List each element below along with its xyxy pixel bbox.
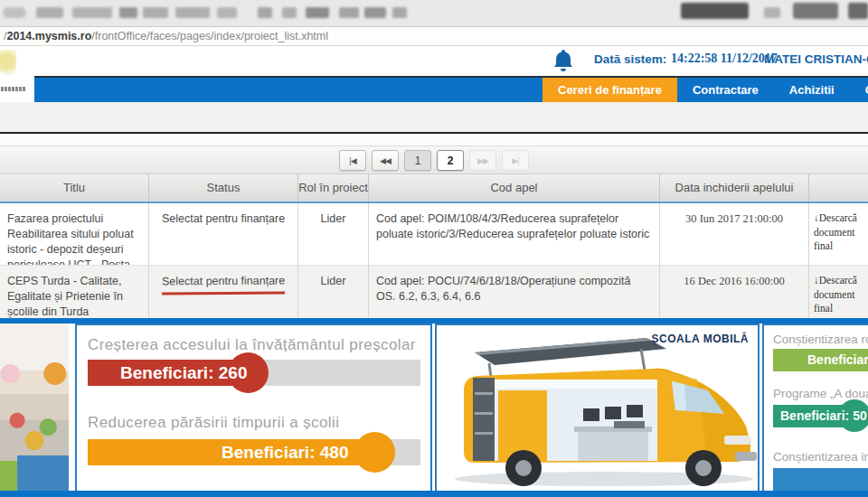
spacer-band xyxy=(0,102,868,132)
blurred-menu-item[interactable] xyxy=(175,7,210,18)
beneficiari-label: Beneficiari xyxy=(807,352,868,367)
col-header-status: Status xyxy=(149,174,298,202)
blurred-toolbar-icon[interactable] xyxy=(392,7,407,18)
projects-table: Titlu Status Rol în proiect Cod apel Dat… xyxy=(0,173,868,318)
close-date-cell: 30 Iun 2017 21:00:00 xyxy=(660,203,809,265)
mysmis-project-list-screen: /2014.mysmis.ro/frontOffice/faces/pages/… xyxy=(0,0,868,497)
kindergarten-photo[interactable] xyxy=(0,324,69,491)
red-underline-annotation: Selectat pentru finanțare xyxy=(162,274,285,295)
user-name[interactable]: MATEI CRISTIAN-OCT xyxy=(764,52,868,66)
bell-icon[interactable] xyxy=(553,49,573,72)
role-cell: Lider xyxy=(298,266,369,318)
title-cell: CEPS Turda - Calitate, Egalitate și Prie… xyxy=(0,266,149,318)
van-illustration xyxy=(437,325,758,491)
progress-fill-blue xyxy=(773,468,868,491)
blurred-menu-item[interactable] xyxy=(143,7,168,18)
blurred-menu-item[interactable] xyxy=(119,7,137,18)
prev-page-button[interactable]: ◀◀ xyxy=(372,150,399,171)
spacer-white xyxy=(0,134,868,145)
call-code-cell: Cod apel: POIM/108/4/3/Reducerea suprafe… xyxy=(369,203,660,265)
beneficiari-label: Beneficiari: 260 xyxy=(120,363,247,383)
col-header-data-inchiderii: Data inchiderii apelului xyxy=(660,174,809,202)
partial-logo xyxy=(0,50,16,79)
footer-bar xyxy=(0,491,868,497)
blue-square xyxy=(17,455,69,491)
url-path: /frontOffice/faces/pages/index/proiect_l… xyxy=(91,30,328,42)
col-header-rol: Rol în proiect xyxy=(298,174,369,202)
blurred-toolbar-icon[interactable] xyxy=(306,7,329,18)
status-cell: Selectat pentru finanțare xyxy=(149,266,298,318)
url-text: /2014.mysmis.ro/frontOffice/faces/pages/… xyxy=(4,30,328,42)
banner-title: Conștientizarea impor xyxy=(773,450,868,464)
blurred-dark-button[interactable] xyxy=(848,3,868,19)
call-code-cell: Cod apel: POCU/74/6/18/18/Operațiune com… xyxy=(369,266,660,318)
download-final-doc-link[interactable]: ↓Descarcă document final xyxy=(809,266,868,318)
col-header-actions xyxy=(809,174,868,202)
banner-right-programs[interactable]: Conștientizarea rolulu Beneficiari Progr… xyxy=(762,324,868,492)
close-date-cell: 16 Dec 2016 16:00:00 xyxy=(660,266,809,318)
banner-title: Reducerea părăsirii timpurii a școlii xyxy=(88,414,339,432)
progress-track: Beneficiari: 480 xyxy=(88,439,420,465)
col-header-cod-apel: Cod apel xyxy=(369,174,660,202)
blurred-dark-button[interactable] xyxy=(681,3,749,19)
banner-caption: ȘCOALA MOBILĂ xyxy=(652,333,749,345)
browser-chrome xyxy=(0,0,868,27)
download-final-doc-link[interactable]: ↓Descarcă document final xyxy=(809,203,868,265)
beneficiari-label: Beneficiari: 50 xyxy=(780,408,867,423)
page-button-2-current[interactable]: 2 xyxy=(437,150,464,171)
progress-cap xyxy=(354,432,395,473)
tab-cereri-de-finantare[interactable]: Cereri de finanțare xyxy=(542,78,677,102)
system-date-label: Dată sistem: xyxy=(594,52,666,66)
banner-title: Conștientizarea rolulu xyxy=(773,333,868,346)
page-button-1[interactable]: 1 xyxy=(404,150,431,171)
banner-preschool-access[interactable]: Creșterea accesului la învățământul preș… xyxy=(75,324,432,492)
progress-fill-teal: Beneficiari: 50 xyxy=(773,405,856,427)
main-nav: Cereri de finanțare Contractare Achiziti… xyxy=(34,76,868,102)
next-page-button[interactable]: ▶▶ xyxy=(469,150,496,171)
blurred-dark-button[interactable] xyxy=(793,3,838,19)
first-page-button[interactable]: |◀ xyxy=(339,150,366,171)
blurred-menu-item[interactable] xyxy=(72,7,112,18)
title-cell: Fazarea proiectului Reabilitarea sitului… xyxy=(0,203,149,265)
url-domain: 2014.mysmis.ro xyxy=(6,30,91,42)
system-date-value: 14:22:58 11/12/2017 xyxy=(671,52,778,66)
partial-logo-notch xyxy=(0,76,34,102)
tab-comunicare[interactable]: Comunicare xyxy=(850,78,868,102)
table-header-row: Titlu Status Rol în proiect Cod apel Dat… xyxy=(0,173,868,202)
blurred-toolbar-icon[interactable] xyxy=(764,7,780,18)
tab-achizitii[interactable]: Achizitii xyxy=(774,78,850,102)
paginator: |◀ ◀◀ 1 2 ▶▶ ▶| xyxy=(0,145,868,174)
progress-fill-green: Beneficiari xyxy=(773,349,868,371)
blurred-menu-item[interactable] xyxy=(36,7,63,18)
table-row[interactable]: Fazarea proiectului Reabilitarea sitului… xyxy=(0,203,868,266)
url-bar[interactable]: /2014.mysmis.ro/frontOffice/faces/pages/… xyxy=(0,27,868,46)
banner-title: Creșterea accesului la învățământul preș… xyxy=(88,336,416,354)
col-header-titlu: Titlu xyxy=(0,174,149,202)
status-cell: Selectat pentru finanțare xyxy=(149,203,298,265)
blurred-menu-item[interactable] xyxy=(217,7,237,18)
back-button-icon[interactable] xyxy=(3,7,26,18)
last-page-button[interactable]: ▶| xyxy=(502,150,529,171)
role-cell: Lider xyxy=(298,203,369,265)
blurred-toolbar-icon[interactable] xyxy=(282,7,297,18)
green-square xyxy=(0,461,17,491)
partial-logo-text xyxy=(1,87,26,91)
blurred-toolbar-icon[interactable] xyxy=(258,7,272,18)
blurred-toolbar-icon[interactable] xyxy=(364,7,386,18)
blurred-toolbar-icon[interactable] xyxy=(339,7,359,18)
beneficiari-label: Beneficiari: 480 xyxy=(222,443,348,463)
banner-title: Programe „A doua șa xyxy=(773,387,868,400)
table-row[interactable]: CEPS Turda - Calitate, Egalitate și Prie… xyxy=(0,266,868,318)
tab-contractare[interactable]: Contractare xyxy=(677,78,774,102)
banner-mobile-school[interactable]: ȘCOALA MOBILĂ xyxy=(435,324,760,492)
progress-track: Beneficiari: 260 xyxy=(88,360,420,386)
